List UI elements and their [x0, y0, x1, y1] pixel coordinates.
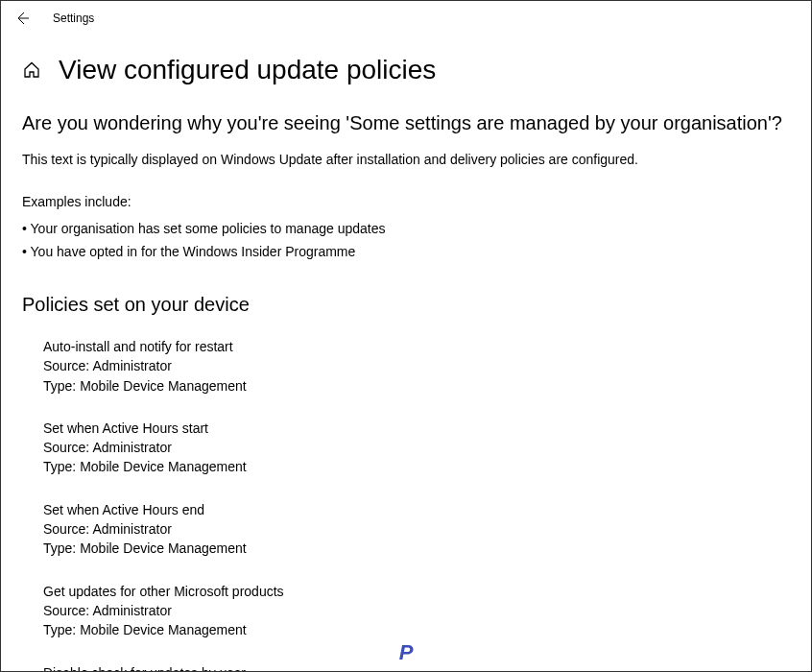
policies-section-heading: Policies set on your device — [22, 294, 790, 316]
policy-item: Auto-install and notify for restart Sour… — [43, 337, 790, 396]
policy-item: Get updates for other Microsoft products… — [43, 582, 790, 640]
back-arrow-icon[interactable] — [14, 11, 30, 26]
intro-description: This text is typically displayed on Wind… — [22, 152, 790, 167]
policy-name: Set when Active Hours start — [43, 419, 790, 438]
policy-item: Disable check for updates by user Source… — [43, 663, 790, 672]
watermark-logo: P — [399, 640, 414, 665]
intro-question: Are you wondering why you're seeing 'Som… — [22, 112, 790, 134]
policy-type: Type: Mobile Device Management — [43, 457, 790, 476]
policy-item: Set when Active Hours start Source: Admi… — [43, 419, 790, 477]
policy-name: Auto-install and notify for restart — [43, 337, 790, 356]
example-item: • You have opted in for the Windows Insi… — [22, 244, 790, 259]
titlebar: Settings — [1, 1, 811, 36]
policies-list: Auto-install and notify for restart Sour… — [22, 337, 790, 672]
policy-name: Disable check for updates by user — [43, 663, 790, 672]
policy-type: Type: Mobile Device Management — [43, 539, 790, 558]
heading-row: View configured update policies — [22, 55, 790, 85]
page-title: View configured update policies — [59, 55, 436, 85]
policy-item: Set when Active Hours end Source: Admini… — [43, 500, 790, 559]
policy-source: Source: Administrator — [43, 438, 790, 457]
policy-name: Set when Active Hours end — [43, 500, 790, 519]
example-item: • Your organisation has set some policie… — [22, 221, 790, 236]
policy-name: Get updates for other Microsoft products — [43, 582, 790, 601]
app-title: Settings — [53, 12, 94, 25]
policy-source: Source: Administrator — [43, 356, 790, 375]
example-text: Your organisation has set some policies … — [31, 221, 386, 236]
home-icon[interactable] — [22, 60, 41, 80]
content-area: View configured update policies Are you … — [1, 36, 811, 672]
policy-type: Type: Mobile Device Management — [43, 376, 790, 396]
example-text: You have opted in for the Windows Inside… — [31, 244, 356, 259]
policy-source: Source: Administrator — [43, 601, 790, 620]
policy-source: Source: Administrator — [43, 519, 790, 539]
policy-type: Type: Mobile Device Management — [43, 620, 790, 639]
examples-label: Examples include: — [22, 194, 790, 209]
